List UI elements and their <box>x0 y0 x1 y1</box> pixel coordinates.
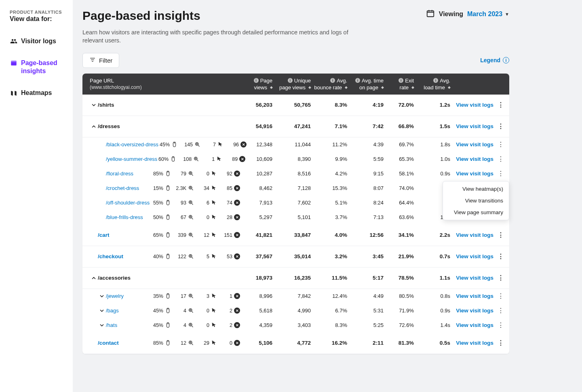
th-bounce-rate[interactable]: iAvg.bounce rate◆ <box>312 78 349 91</box>
zoom-icon <box>188 171 194 177</box>
page-title: Page-based insights <box>82 9 357 23</box>
more-actions-icon[interactable]: ⋮ <box>497 339 505 347</box>
more-actions-icon[interactable]: ⋮ <box>497 292 505 300</box>
more-actions-icon[interactable]: ⋮ <box>497 155 505 163</box>
view-visit-logs-link[interactable]: View visit logs <box>456 232 493 238</box>
cell-bounce-rate: 5.1% <box>312 200 349 206</box>
page-path: /dresses <box>98 123 120 129</box>
legend-link[interactable]: Legend i <box>480 57 509 63</box>
page-path-link[interactable]: /jewelry <box>106 293 124 299</box>
caret-down-icon: ▼ <box>505 12 509 17</box>
cell-page-views: 56,203 <box>242 102 274 108</box>
row-metrics: 60% 108 1 89✕ <box>157 156 245 162</box>
popover-view-heatmaps[interactable]: View heatmap(s) <box>443 183 509 195</box>
page-path-link[interactable]: /black-oversized-dress <box>106 141 158 148</box>
cell-exit-rate: 69.7% <box>385 141 415 148</box>
sidebar-item-heatmaps[interactable]: Heatmaps <box>10 86 68 100</box>
chevron-down-icon[interactable] <box>98 293 106 299</box>
view-visit-logs-link[interactable]: View visit logs <box>456 275 493 281</box>
info-icon: i <box>503 57 509 63</box>
page-path-link[interactable]: /hats <box>106 322 117 328</box>
more-actions-icon[interactable]: ⋮ <box>497 122 505 131</box>
scroll-mouse-icon <box>171 141 177 148</box>
chevron-up-icon[interactable] <box>90 275 98 281</box>
cell-exit-rate: 80.5% <box>385 293 415 299</box>
page-path-link[interactable]: /bags <box>106 308 119 314</box>
row-metrics: 45% 4 0 2✕ <box>152 322 240 328</box>
cell-exit-rate: 34.1% <box>385 232 415 238</box>
view-visit-logs-link[interactable]: View visit logs <box>456 141 493 148</box>
view-visit-logs-link[interactable]: View visit logs <box>456 123 493 129</box>
cell-bounce-rate: 9.9% <box>312 156 349 162</box>
popover-view-page-summary[interactable]: View page summary <box>443 207 509 218</box>
th-exit-rate[interactable]: iExitrate◆ <box>385 78 415 91</box>
cell-load-time: 0.9s <box>415 171 452 177</box>
svg-point-25 <box>189 255 192 258</box>
popover-view-transitions[interactable]: View transitions <box>443 195 509 207</box>
table-row: /contact 85% 12 29 0✕ 5,106 4,772 16.2% … <box>82 333 509 354</box>
view-visit-logs-link[interactable]: View visit logs <box>456 308 493 314</box>
main-content: Page-based insights Learn how visitors a… <box>73 0 582 392</box>
th-load-time[interactable]: iAvg.load time◆ <box>415 78 452 91</box>
cell-url: /jewelry 35% 17 3 1✕ <box>88 293 242 299</box>
view-visit-logs-link[interactable]: View visit logs <box>456 293 493 299</box>
more-actions-icon[interactable]: ⋮ <box>497 321 505 329</box>
chevron-down-icon[interactable] <box>98 322 106 328</box>
page-path-link[interactable]: /floral-dress <box>106 171 133 177</box>
th-unique-page-views[interactable]: iUniquepage views◆ <box>274 78 312 91</box>
svg-point-31 <box>189 309 192 312</box>
chevron-down-icon[interactable] <box>90 102 98 108</box>
rage-click-icon: ✕ <box>234 232 240 238</box>
svg-rect-1 <box>11 61 17 62</box>
th-page-views[interactable]: iPageviews◆ <box>242 78 274 91</box>
cell-page-views: 5,106 <box>242 340 274 346</box>
page-path-link[interactable]: /cart <box>98 232 110 238</box>
filter-button[interactable]: Filter <box>82 53 119 68</box>
view-visit-logs-link[interactable]: View visit logs <box>456 322 493 328</box>
page-path-link[interactable]: /crochet-dress <box>106 185 139 191</box>
table-row: /accessories 18,973 16,235 11.5% 5:17 78… <box>82 268 509 289</box>
view-visit-logs-link[interactable]: View visit logs <box>456 102 493 108</box>
svg-point-20 <box>190 216 191 217</box>
cell-url: /black-oversized-dress 45% 145 7 96✕ <box>88 141 242 148</box>
page-path-link[interactable]: /yellow-summer-dress <box>106 156 157 162</box>
cell-actions: View visit logs ⋮ <box>452 141 506 149</box>
more-actions-icon[interactable]: ⋮ <box>497 274 505 282</box>
more-actions-icon[interactable]: ⋮ <box>497 170 505 178</box>
page-path-link[interactable]: /checkout <box>98 253 123 259</box>
rage-click-icon: ✕ <box>234 308 240 314</box>
page-path-link[interactable]: /off-shoulder-dress <box>106 200 150 206</box>
scroll-mouse-icon <box>165 308 171 314</box>
more-actions-icon[interactable]: ⋮ <box>497 231 505 239</box>
svg-point-10 <box>189 172 192 175</box>
sidebar-title: View data for: <box>10 15 68 23</box>
cell-url: /crochet-dress 15% 2.3K 34 85✕ <box>88 185 242 191</box>
cell-actions: View visit logs ⋮ <box>452 101 506 109</box>
th-time-on-page[interactable]: iAvg. timeon page◆ <box>349 78 385 91</box>
sidebar-item-page-based-insights[interactable]: Page-based insights <box>10 56 68 78</box>
page-path-link[interactable]: /blue-frills-dress <box>106 214 143 220</box>
page-path-link[interactable]: /contact <box>98 340 119 346</box>
cell-exit-rate: 72.6% <box>385 322 415 328</box>
cell-url: /contact 85% 12 29 0✕ <box>88 340 242 346</box>
view-visit-logs-link[interactable]: View visit logs <box>456 253 493 259</box>
view-visit-logs-link[interactable]: View visit logs <box>456 156 493 162</box>
cell-exit-rate: 71.9% <box>385 308 415 314</box>
more-actions-icon[interactable]: ⋮ <box>497 253 505 261</box>
cell-url: /yellow-summer-dress 60% 108 1 89✕ <box>88 156 242 162</box>
rage-click-icon: ✕ <box>234 185 240 191</box>
chevron-up-icon[interactable] <box>90 124 98 129</box>
more-actions-icon[interactable]: ⋮ <box>497 101 505 109</box>
more-actions-icon[interactable]: ⋮ <box>497 307 505 315</box>
cell-bounce-rate: 4.0% <box>312 232 349 238</box>
view-visit-logs-link[interactable]: View visit logs <box>456 171 493 177</box>
cell-unique-page-views: 35,014 <box>274 253 312 259</box>
cell-page-views: 5,297 <box>242 214 274 220</box>
sidebar-item-visitor-logs[interactable]: Visitor logs <box>10 34 68 48</box>
date-range-picker[interactable]: March 2023 ▼ <box>467 11 509 18</box>
view-visit-logs-link[interactable]: View visit logs <box>456 340 493 346</box>
more-actions-icon[interactable]: ⋮ <box>497 141 505 149</box>
chevron-down-icon[interactable] <box>98 308 106 314</box>
row-metrics: 35% 17 3 1✕ <box>152 293 240 299</box>
svg-point-8 <box>195 158 196 159</box>
